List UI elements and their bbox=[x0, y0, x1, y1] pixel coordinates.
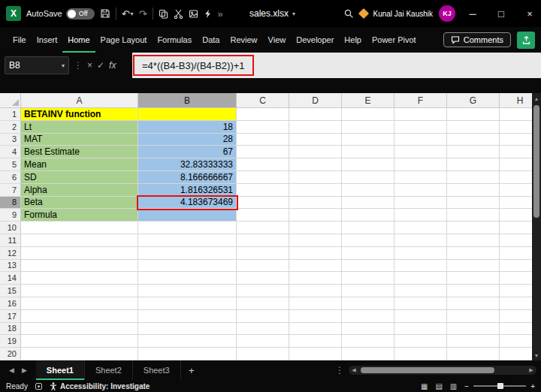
scroll-up-icon[interactable]: ▲ bbox=[534, 93, 539, 104]
cell-C11[interactable] bbox=[237, 234, 289, 247]
cell-A9[interactable]: Formula bbox=[21, 209, 138, 222]
cell-C7[interactable] bbox=[237, 184, 289, 197]
copy-icon[interactable] bbox=[159, 9, 168, 19]
cell-E20[interactable] bbox=[342, 348, 394, 360]
image-icon[interactable] bbox=[189, 9, 198, 19]
row-header-19[interactable]: 19 bbox=[0, 335, 21, 348]
more-commands-icon[interactable]: » bbox=[218, 8, 223, 20]
cell-G16[interactable] bbox=[447, 297, 500, 310]
column-header-B[interactable]: B bbox=[138, 93, 237, 108]
scroll-left-icon[interactable]: ◀ bbox=[349, 367, 359, 373]
horizontal-scrollbar[interactable]: ◀ ▶ bbox=[349, 366, 536, 375]
user-name[interactable]: Kunal Jai Kaushik bbox=[373, 10, 434, 18]
row-header-6[interactable]: 6 bbox=[0, 171, 21, 184]
ribbon-tab-file[interactable]: File bbox=[8, 27, 32, 53]
cell-C4[interactable] bbox=[237, 146, 289, 158]
cell-B8[interactable]: 4.183673469 bbox=[138, 197, 237, 210]
cell-F7[interactable] bbox=[394, 184, 447, 197]
cell-B1[interactable] bbox=[138, 108, 237, 121]
row-header-20[interactable]: 20 bbox=[0, 348, 21, 360]
column-header-A[interactable]: A bbox=[21, 93, 138, 108]
page-break-view-icon[interactable]: ▥ bbox=[450, 382, 457, 390]
cell-G8[interactable] bbox=[447, 197, 500, 210]
cell-F8[interactable] bbox=[394, 197, 447, 210]
scroll-right-icon[interactable]: ▶ bbox=[526, 367, 536, 373]
cell-A2[interactable]: Lt bbox=[21, 121, 138, 134]
sheet-tab-sheet3[interactable]: Sheet3 bbox=[133, 360, 181, 380]
cell-A7[interactable]: Alpha bbox=[21, 184, 138, 197]
ribbon-tab-review[interactable]: Review bbox=[225, 27, 262, 53]
normal-view-icon[interactable]: ▦ bbox=[421, 382, 428, 390]
cell-B6[interactable]: 8.166666667 bbox=[138, 171, 237, 184]
cell-A12[interactable] bbox=[21, 247, 138, 260]
cell-A8[interactable]: Beta bbox=[21, 197, 138, 210]
column-header-C[interactable]: C bbox=[237, 93, 289, 108]
comments-button[interactable]: Comments bbox=[443, 32, 511, 47]
cell-G7[interactable] bbox=[447, 184, 500, 197]
ribbon-tab-view[interactable]: View bbox=[263, 27, 292, 53]
column-header-E[interactable]: E bbox=[342, 93, 394, 108]
row-header-5[interactable]: 5 bbox=[0, 158, 21, 171]
cell-E5[interactable] bbox=[342, 158, 394, 171]
column-header-D[interactable]: D bbox=[289, 93, 342, 108]
close-button[interactable]: × bbox=[518, 0, 541, 27]
cell-C6[interactable] bbox=[237, 171, 289, 184]
row-header-2[interactable]: 2 bbox=[0, 121, 21, 134]
zoom-slider[interactable] bbox=[473, 385, 526, 387]
cell-E8[interactable] bbox=[342, 197, 394, 210]
cell-F9[interactable] bbox=[394, 209, 447, 222]
vertical-scrollbar[interactable]: ▲ ▼ bbox=[532, 93, 541, 360]
cell-B2[interactable]: 18 bbox=[138, 121, 237, 134]
row-header-7[interactable]: 7 bbox=[0, 184, 21, 197]
cell-B18[interactable] bbox=[138, 323, 237, 336]
cell-A6[interactable]: SD bbox=[21, 171, 138, 184]
cell-A11[interactable] bbox=[21, 234, 138, 247]
cell-E16[interactable] bbox=[342, 297, 394, 310]
cell-E19[interactable] bbox=[342, 335, 394, 348]
cell-B13[interactable] bbox=[138, 260, 237, 273]
cell-B5[interactable]: 32.83333333 bbox=[138, 158, 237, 171]
cell-C17[interactable] bbox=[237, 310, 289, 323]
cell-B4[interactable]: 67 bbox=[138, 146, 237, 158]
ribbon-tab-help[interactable]: Help bbox=[339, 27, 367, 53]
cell-A18[interactable] bbox=[21, 323, 138, 336]
cell-C20[interactable] bbox=[237, 348, 289, 360]
search-icon[interactable] bbox=[343, 8, 354, 19]
cell-C10[interactable] bbox=[237, 222, 289, 234]
autosave-control[interactable]: AutoSave Off bbox=[26, 8, 95, 20]
row-header-3[interactable]: 3 bbox=[0, 134, 21, 146]
cell-G20[interactable] bbox=[447, 348, 500, 360]
cell-C8[interactable] bbox=[237, 197, 289, 210]
minimize-button[interactable]: ─ bbox=[461, 0, 484, 27]
cell-C18[interactable] bbox=[237, 323, 289, 336]
cell-C14[interactable] bbox=[237, 272, 289, 285]
cell-D16[interactable] bbox=[289, 297, 342, 310]
cell-G13[interactable] bbox=[447, 260, 500, 273]
cell-E12[interactable] bbox=[342, 247, 394, 260]
sheet-tab-sheet2[interactable]: Sheet2 bbox=[85, 360, 133, 380]
row-header-16[interactable]: 16 bbox=[0, 297, 21, 310]
cell-C15[interactable] bbox=[237, 285, 289, 297]
cell-D4[interactable] bbox=[289, 146, 342, 158]
cell-C3[interactable] bbox=[237, 134, 289, 146]
cell-D18[interactable] bbox=[289, 323, 342, 336]
name-box[interactable]: B8 ▾ bbox=[5, 56, 69, 74]
ribbon-tab-data[interactable]: Data bbox=[197, 27, 225, 53]
cell-A3[interactable]: MAT bbox=[21, 134, 138, 146]
cell-E13[interactable] bbox=[342, 260, 394, 273]
cell-D10[interactable] bbox=[289, 222, 342, 234]
cell-A16[interactable] bbox=[21, 297, 138, 310]
cell-A4[interactable]: Best Estimate bbox=[21, 146, 138, 158]
cell-D20[interactable] bbox=[289, 348, 342, 360]
cell-E2[interactable] bbox=[342, 121, 394, 134]
cell-E3[interactable] bbox=[342, 134, 394, 146]
cell-D2[interactable] bbox=[289, 121, 342, 134]
row-header-15[interactable]: 15 bbox=[0, 285, 21, 297]
cell-F10[interactable] bbox=[394, 222, 447, 234]
zoom-slider-knob[interactable] bbox=[497, 383, 503, 389]
more-options-icon[interactable]: ⋮ bbox=[335, 365, 344, 375]
cell-G11[interactable] bbox=[447, 234, 500, 247]
cell-F14[interactable] bbox=[394, 272, 447, 285]
cell-B19[interactable] bbox=[138, 335, 237, 348]
cell-A15[interactable] bbox=[21, 285, 138, 297]
